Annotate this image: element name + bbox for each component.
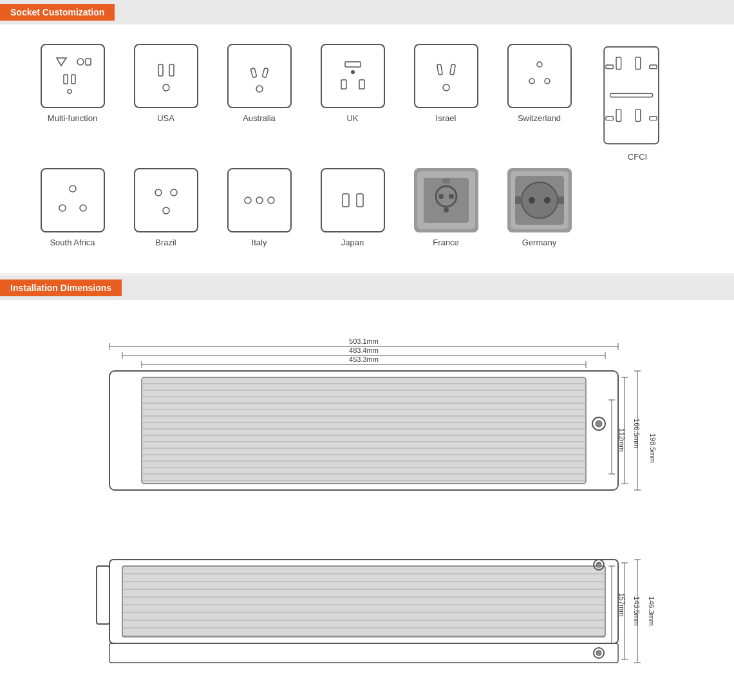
svg-rect-14 bbox=[359, 80, 364, 89]
svg-rect-58 bbox=[558, 196, 564, 204]
svg-rect-16 bbox=[437, 64, 442, 75]
svg-rect-104 bbox=[122, 566, 605, 637]
svg-point-47 bbox=[438, 194, 444, 199]
svg-point-19 bbox=[537, 62, 542, 67]
socket-france: France bbox=[399, 168, 493, 247]
svg-point-38 bbox=[245, 197, 251, 203]
svg-point-117 bbox=[596, 562, 601, 567]
socket-switzerland-label: Switzerland bbox=[518, 113, 561, 123]
svg-rect-9 bbox=[250, 68, 256, 77]
socket-south-africa-icon bbox=[41, 168, 105, 232]
svg-rect-4 bbox=[71, 75, 75, 84]
svg-point-37 bbox=[163, 207, 169, 214]
svg-text:166.5mm: 166.5mm bbox=[633, 419, 641, 448]
diagram1-svg: 503.1mm 483.4mm 453.3mm bbox=[58, 326, 676, 519]
socket-brazil: Brazil bbox=[119, 168, 212, 247]
svg-point-1 bbox=[77, 59, 84, 65]
socket-israel: Israel bbox=[399, 44, 493, 162]
svg-point-20 bbox=[529, 79, 534, 84]
socket-uk: UK bbox=[306, 44, 399, 162]
svg-rect-42 bbox=[357, 194, 363, 207]
socket-section-header: Socket Customization bbox=[0, 0, 734, 24]
svg-rect-45 bbox=[424, 178, 469, 223]
svg-rect-31 bbox=[650, 117, 657, 120]
socket-uk-label: UK bbox=[346, 113, 358, 123]
socket-france-icon bbox=[414, 168, 478, 232]
socket-row-2: South Africa Brazil bbox=[26, 168, 708, 247]
socket-switzerland-icon bbox=[507, 44, 572, 108]
socket-australia-icon bbox=[227, 44, 292, 108]
svg-point-18 bbox=[443, 84, 449, 91]
svg-text:483.4mm: 483.4mm bbox=[349, 346, 379, 354]
svg-text:157mm: 157mm bbox=[618, 593, 626, 617]
svg-point-36 bbox=[171, 189, 177, 196]
diagram2: 146.3mm 143.5mm 157mm bbox=[58, 547, 676, 700]
diagram1: 503.1mm 483.4mm 453.3mm bbox=[58, 326, 676, 521]
svg-rect-13 bbox=[341, 80, 346, 89]
diagram2-svg: 146.3mm 143.5mm 157mm bbox=[58, 547, 676, 700]
svg-rect-41 bbox=[343, 194, 349, 207]
svg-rect-2 bbox=[86, 59, 91, 65]
socket-japan: Japan bbox=[306, 168, 399, 247]
svg-rect-26 bbox=[650, 65, 657, 69]
svg-point-56 bbox=[544, 197, 550, 203]
dimensions-header-label: Installation Dimensions bbox=[0, 279, 122, 296]
socket-south-africa-label: South Africa bbox=[50, 238, 95, 247]
svg-rect-50 bbox=[442, 178, 450, 184]
svg-point-90 bbox=[596, 421, 602, 427]
socket-south-africa: South Africa bbox=[26, 168, 119, 247]
socket-japan-label: Japan bbox=[341, 238, 364, 247]
svg-rect-12 bbox=[345, 62, 361, 67]
svg-point-35 bbox=[155, 189, 162, 196]
svg-point-8 bbox=[163, 84, 169, 91]
socket-switzerland: Switzerland bbox=[493, 44, 586, 162]
socket-italy-label: Italy bbox=[252, 238, 267, 247]
svg-point-54 bbox=[522, 182, 558, 218]
svg-rect-3 bbox=[64, 75, 68, 84]
socket-israel-icon bbox=[414, 44, 478, 108]
socket-usa-icon bbox=[134, 44, 198, 108]
svg-rect-115 bbox=[109, 643, 618, 663]
socket-japan-icon bbox=[321, 168, 385, 232]
socket-usa: USA bbox=[119, 44, 212, 162]
svg-rect-7 bbox=[169, 64, 174, 76]
svg-point-55 bbox=[529, 197, 535, 203]
socket-usa-label: USA bbox=[157, 113, 174, 123]
socket-uk-icon bbox=[321, 44, 385, 108]
svg-point-5 bbox=[68, 90, 71, 93]
socket-israel-label: Israel bbox=[436, 113, 456, 123]
socket-france-label: France bbox=[433, 238, 458, 247]
socket-germany: Germany bbox=[493, 168, 586, 247]
socket-cfci-label: CFCI bbox=[628, 152, 647, 162]
svg-point-33 bbox=[59, 205, 66, 211]
svg-rect-30 bbox=[606, 117, 613, 120]
svg-point-21 bbox=[545, 79, 550, 84]
svg-text:453.3mm: 453.3mm bbox=[349, 355, 379, 363]
svg-text:146.3mm: 146.3mm bbox=[648, 596, 655, 626]
svg-point-39 bbox=[256, 197, 263, 203]
svg-text:503.1mm: 503.1mm bbox=[349, 337, 379, 345]
svg-text:112mm: 112mm bbox=[618, 428, 626, 452]
svg-point-40 bbox=[268, 197, 274, 203]
svg-rect-25 bbox=[606, 65, 613, 69]
svg-rect-28 bbox=[616, 109, 621, 122]
socket-brazil-label: Brazil bbox=[155, 238, 176, 247]
socket-multi-function-icon bbox=[41, 44, 105, 108]
svg-rect-10 bbox=[262, 68, 268, 77]
svg-point-119 bbox=[596, 650, 601, 656]
socket-germany-icon bbox=[507, 168, 572, 232]
socket-australia-label: Australia bbox=[243, 113, 276, 123]
socket-italy: Italy bbox=[212, 168, 306, 247]
svg-rect-29 bbox=[635, 109, 641, 122]
svg-rect-57 bbox=[515, 196, 522, 204]
socket-section: Multi-function USA bbox=[0, 24, 734, 273]
svg-rect-6 bbox=[158, 64, 163, 76]
svg-point-34 bbox=[80, 205, 86, 211]
svg-rect-17 bbox=[449, 64, 455, 75]
svg-point-15 bbox=[351, 70, 355, 74]
socket-header-label: Socket Customization bbox=[0, 4, 115, 21]
svg-text:198.5mm: 198.5mm bbox=[649, 433, 657, 463]
svg-point-48 bbox=[449, 194, 454, 199]
svg-rect-27 bbox=[610, 93, 653, 97]
dimensions-section-header: Installation Dimensions bbox=[0, 276, 734, 300]
